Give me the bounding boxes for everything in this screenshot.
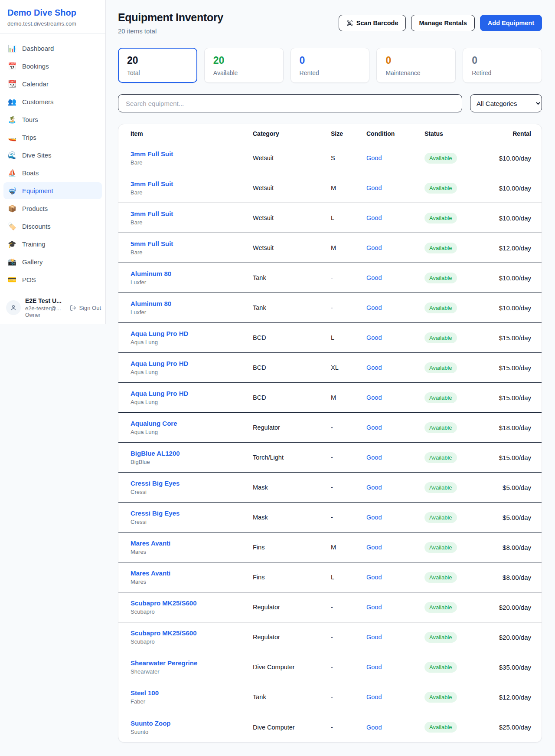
search-input[interactable] <box>118 94 462 112</box>
size-cell: - <box>331 694 366 700</box>
item-brand: Shearwater <box>131 668 253 675</box>
item-name-link[interactable]: Scubapro MK25/S600 <box>131 629 253 637</box>
sidebar-item-trips[interactable]: 🚤Trips <box>3 129 102 146</box>
status-cell: Available <box>424 632 479 643</box>
stat-card-rented[interactable]: 0Rented <box>291 48 370 83</box>
user-name: E2E Test U... <box>25 297 65 304</box>
item-name-link[interactable]: 3mm Full Suit <box>131 150 253 158</box>
condition-link[interactable]: Good <box>366 694 424 700</box>
condition-link[interactable]: Good <box>366 364 424 371</box>
sidebar-item-tours[interactable]: 🏝️Tours <box>3 111 102 128</box>
item-name-link[interactable]: Cressi Big Eyes <box>131 480 253 487</box>
item-cell: Mares AvantiMares <box>131 569 253 585</box>
page-title-block: Equipment Inventory 20 items total <box>118 11 223 35</box>
status-cell: Available <box>424 273 479 283</box>
item-name-link[interactable]: Steel 100 <box>131 689 253 697</box>
condition-link[interactable]: Good <box>366 334 424 341</box>
stat-card-total[interactable]: 20Total <box>118 48 197 83</box>
status-badge: Available <box>424 213 457 224</box>
item-name-link[interactable]: Shearwater Peregrine <box>131 659 253 667</box>
sign-out-button[interactable]: Sign Out <box>70 305 101 311</box>
sidebar-item-label: Products <box>22 205 48 212</box>
scan-barcode-button[interactable]: Scan Barcode <box>339 15 406 31</box>
page-title: Equipment Inventory <box>118 11 223 24</box>
stat-card-available[interactable]: 20Available <box>204 48 284 83</box>
item-name-link[interactable]: Aqua Lung Pro HD <box>131 330 253 337</box>
sidebar-item-gallery[interactable]: 📸Gallery <box>3 253 102 270</box>
condition-link[interactable]: Good <box>366 304 424 311</box>
sidebar-item-equipment[interactable]: 🤿Equipment <box>3 182 102 199</box>
item-brand: Aqua Lung <box>131 429 253 435</box>
condition-link[interactable]: Good <box>366 574 424 581</box>
item-name-link[interactable]: Mares Avanti <box>131 569 253 577</box>
status-badge: Available <box>424 602 457 613</box>
item-name-link[interactable]: Aluminum 80 <box>131 270 253 277</box>
sidebar-item-dashboard[interactable]: 📊Dashboard <box>3 40 102 57</box>
item-name-link[interactable]: 5mm Full Suit <box>131 240 253 247</box>
brand-domain: demo.test.divestreams.com <box>7 20 98 27</box>
sidebar-item-dive-sites[interactable]: 🌊Dive Sites <box>3 147 102 164</box>
sidebar-item-bookings[interactable]: 📅Bookings <box>3 58 102 75</box>
category-cell: Wetsuit <box>253 184 331 191</box>
item-brand: Luxfer <box>131 309 253 316</box>
stat-label: Retired <box>472 69 533 76</box>
condition-link[interactable]: Good <box>366 274 424 281</box>
item-name-link[interactable]: Aqua Lung Pro HD <box>131 360 253 367</box>
column-header-condition: Condition <box>366 130 424 137</box>
status-badge: Available <box>424 662 457 673</box>
item-name-link[interactable]: Suunto Zoop <box>131 720 253 727</box>
item-name-link[interactable]: 3mm Full Suit <box>131 210 253 217</box>
condition-link[interactable]: Good <box>366 664 424 671</box>
condition-link[interactable]: Good <box>366 154 424 161</box>
table-row: Mares AvantiMaresFinsMGoodAvailable$8.00… <box>118 532 542 562</box>
sidebar-item-boats[interactable]: ⛵Boats <box>3 164 102 181</box>
category-filter-select[interactable]: All Categories <box>470 94 542 112</box>
item-name-link[interactable]: BigBlue AL1200 <box>131 450 253 457</box>
category-cell: Fins <box>253 544 331 551</box>
status-badge: Available <box>424 512 457 523</box>
item-name-link[interactable]: Aqualung Core <box>131 420 253 427</box>
stat-card-retired[interactable]: 0Retired <box>463 48 542 83</box>
condition-link[interactable]: Good <box>366 484 424 491</box>
condition-link[interactable]: Good <box>366 424 424 431</box>
item-name-link[interactable]: Cressi Big Eyes <box>131 509 253 517</box>
condition-link[interactable]: Good <box>366 514 424 521</box>
status-cell: Available <box>424 243 479 253</box>
rental-rate: $8.00/day <box>479 574 531 581</box>
size-cell: L <box>331 214 366 221</box>
scan-barcode-label: Scan Barcode <box>356 20 398 26</box>
condition-link[interactable]: Good <box>366 184 424 191</box>
table-row: Suunto ZoopSuuntoDive Computer-GoodAvail… <box>118 712 542 742</box>
add-equipment-button[interactable]: Add Equipment <box>480 15 542 31</box>
sidebar-item-label: Discounts <box>22 223 51 230</box>
item-brand: Suunto <box>131 729 253 735</box>
item-name-link[interactable]: Mares Avanti <box>131 539 253 547</box>
status-cell: Available <box>424 482 479 493</box>
condition-link[interactable]: Good <box>366 724 424 731</box>
sidebar-item-calendar[interactable]: 📆Calendar <box>3 76 102 92</box>
table-row: Aluminum 80LuxferTank-GoodAvailable$10.0… <box>118 263 542 293</box>
item-brand: Mares <box>131 579 253 585</box>
stat-card-maintenance[interactable]: 0Maintenance <box>376 48 456 83</box>
manage-rentals-button[interactable]: Manage Rentals <box>411 15 474 31</box>
item-name-link[interactable]: Aqua Lung Pro HD <box>131 390 253 397</box>
condition-link[interactable]: Good <box>366 214 424 221</box>
item-name-link[interactable]: 3mm Full Suit <box>131 180 253 187</box>
sidebar-item-customers[interactable]: 👥Customers <box>3 93 102 110</box>
condition-link[interactable]: Good <box>366 394 424 401</box>
condition-link[interactable]: Good <box>366 544 424 551</box>
condition-link[interactable]: Good <box>366 244 424 251</box>
item-name-link[interactable]: Aluminum 80 <box>131 300 253 307</box>
sidebar-item-products[interactable]: 📦Products <box>3 200 102 217</box>
condition-link[interactable]: Good <box>366 454 424 461</box>
item-name-link[interactable]: Scubapro MK25/S600 <box>131 599 253 607</box>
condition-link[interactable]: Good <box>366 634 424 641</box>
sidebar-item-training[interactable]: 🎓Training <box>3 236 102 253</box>
rental-rate: $10.00/day <box>479 184 531 192</box>
item-brand: Faber <box>131 698 253 705</box>
sidebar-item-pos[interactable]: 💳POS <box>3 271 102 288</box>
status-cell: Available <box>424 542 479 553</box>
rental-rate: $20.00/day <box>479 604 531 611</box>
sidebar-item-discounts[interactable]: 🏷️Discounts <box>3 218 102 235</box>
condition-link[interactable]: Good <box>366 604 424 611</box>
